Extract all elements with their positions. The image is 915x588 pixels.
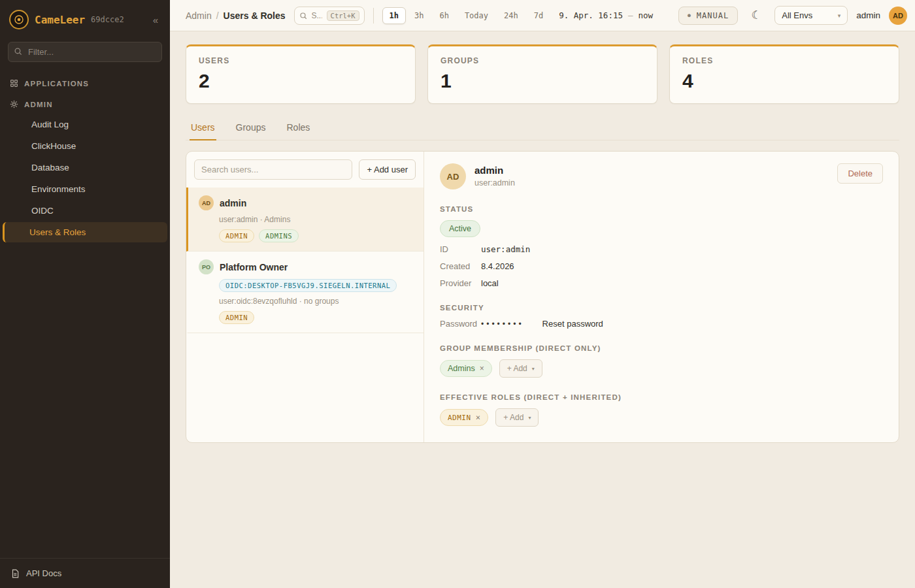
moon-icon: ☾ xyxy=(752,8,761,22)
user-list-item-platform-owner[interactable]: PO Platform Owner OIDC:DESKTOP-FB5VGJ9.S… xyxy=(186,252,424,333)
api-docs-label: API Docs xyxy=(26,568,61,578)
time-button-6h[interactable]: 6h xyxy=(432,7,456,24)
sidebar-item-users-roles[interactable]: Users & Roles xyxy=(3,222,167,242)
app-logo-icon xyxy=(9,10,29,29)
user-detail-pane: AD admin user:admin Delete STATUS Active… xyxy=(424,152,899,442)
password-mask: •••••••• xyxy=(481,319,524,329)
security-heading: SECURITY xyxy=(440,304,883,312)
manual-label: MANUAL xyxy=(697,11,729,20)
user-list-header: + Add user xyxy=(186,152,424,188)
remove-icon[interactable]: × xyxy=(476,413,481,422)
password-row: Password •••••••• Reset password xyxy=(440,319,883,329)
users-panel: + Add user AD admin user:admin · Admins … xyxy=(186,151,899,443)
reset-password-link[interactable]: Reset password xyxy=(542,319,603,329)
document-icon xyxy=(10,569,20,578)
add-user-button[interactable]: + Add user xyxy=(359,159,416,180)
stat-label: GROUPS xyxy=(441,56,644,65)
api-docs-link[interactable]: API Docs xyxy=(0,558,170,588)
stat-card-roles: ROLES 4 xyxy=(669,44,899,104)
oidc-badge: OIDC:DESKTOP-FB5VGJ9.SIEGELN.INTERNAL xyxy=(219,279,397,292)
sidebar-item-clickhouse[interactable]: ClickHouse xyxy=(3,136,167,156)
remove-icon[interactable]: × xyxy=(480,364,484,373)
time-button-7d[interactable]: 7d xyxy=(527,7,550,24)
manual-refresh-button[interactable]: ● MANUAL xyxy=(678,7,738,25)
sidebar-collapse-icon[interactable]: « xyxy=(150,13,161,27)
time-range-buttons: 1h 3h 6h Today 24h 7d xyxy=(382,7,551,24)
status-heading: STATUS xyxy=(440,205,883,213)
field-value: local xyxy=(481,278,499,288)
detail-user-name: admin xyxy=(474,165,515,176)
stat-value: 4 xyxy=(682,70,886,92)
detail-identity: admin user:admin xyxy=(474,163,515,188)
sidebar-item-oidc[interactable]: OIDC xyxy=(3,201,167,221)
user-name: Platform Owner xyxy=(220,262,288,272)
delete-user-button[interactable]: Delete xyxy=(837,163,883,184)
user-badges: ADMIN xyxy=(219,311,414,324)
group-chips: Admins × + Add ▾ xyxy=(440,359,883,378)
breadcrumb-admin[interactable]: Admin xyxy=(186,10,212,21)
time-button-today[interactable]: Today xyxy=(458,7,495,24)
time-button-24h[interactable]: 24h xyxy=(497,7,525,24)
add-role-button[interactable]: + Add ▾ xyxy=(495,408,539,427)
sidebar-section-admin[interactable]: ADMIN xyxy=(0,93,170,114)
range-start: 9. Apr. 16:15 xyxy=(559,10,623,20)
time-button-1h[interactable]: 1h xyxy=(382,7,406,24)
app-title: CameLeer xyxy=(35,14,85,26)
group-badge: ADMINS xyxy=(259,229,299,242)
tab-users[interactable]: Users xyxy=(190,117,216,140)
range-separator: — xyxy=(628,10,633,20)
breadcrumb: Admin / Users & Roles xyxy=(186,10,286,21)
dark-mode-toggle[interactable]: ☾ xyxy=(746,6,766,25)
role-chip-admin: ADMIN × xyxy=(440,409,488,426)
group-membership-heading: GROUP MEMBERSHIP (DIRECT ONLY) xyxy=(440,344,883,352)
grid-icon xyxy=(10,79,18,88)
avatar: AD xyxy=(440,163,466,189)
gear-icon xyxy=(10,100,18,108)
field-label: ID xyxy=(440,244,481,254)
sidebar-item-audit-log[interactable]: Audit Log xyxy=(3,114,167,135)
stat-value: 1 xyxy=(441,70,644,92)
global-search-placeholder: S... xyxy=(312,11,322,20)
status-dot-icon: ● xyxy=(688,12,691,18)
field-row-created: Created 8.4.2026 xyxy=(440,261,883,271)
topbar: Admin / Users & Roles S... Ctrl+K 1h 3h … xyxy=(170,0,915,31)
sidebar-filter-input[interactable] xyxy=(8,42,162,62)
avatar: AD xyxy=(199,195,214,210)
user-list-item-admin[interactable]: AD admin user:admin · Admins ADMIN ADMIN… xyxy=(186,188,424,252)
add-group-button[interactable]: + Add ▾ xyxy=(499,359,542,378)
stats-row: USERS 2 GROUPS 1 ROLES 4 xyxy=(186,44,899,104)
range-end: now xyxy=(639,10,654,20)
sidebar-header: CameLeer 69dcce2 « xyxy=(0,0,170,38)
main-area: Admin / Users & Roles S... Ctrl+K 1h 3h … xyxy=(170,0,915,588)
search-shortcut-kbd: Ctrl+K xyxy=(327,10,359,21)
field-row-provider: Provider local xyxy=(440,278,883,288)
sidebar-section-applications[interactable]: APPLICATIONS xyxy=(0,73,170,93)
chip-label: ADMIN xyxy=(448,414,471,422)
user-list-pane: + Add user AD admin user:admin · Admins … xyxy=(186,152,424,442)
time-button-3h[interactable]: 3h xyxy=(407,7,431,24)
sidebar-section-label: APPLICATIONS xyxy=(24,80,89,88)
tab-groups[interactable]: Groups xyxy=(235,117,267,140)
chevron-down-icon: ▾ xyxy=(532,366,535,372)
tab-roles[interactable]: Roles xyxy=(285,117,311,140)
user-avatar[interactable]: AD xyxy=(889,7,907,25)
field-label: Provider xyxy=(440,278,481,288)
global-search[interactable]: S... Ctrl+K xyxy=(294,7,365,25)
app-version: 69dcce2 xyxy=(91,15,124,24)
stat-label: ROLES xyxy=(682,56,886,65)
status-badge: Active xyxy=(440,220,480,237)
page-content: USERS 2 GROUPS 1 ROLES 4 Users Groups Ro… xyxy=(170,31,915,588)
breadcrumb-separator: / xyxy=(216,10,219,21)
sidebar-nav: Audit Log ClickHouse Database Environmen… xyxy=(0,114,170,248)
sidebar-filter xyxy=(8,42,162,62)
sidebar-item-database[interactable]: Database xyxy=(3,157,167,178)
avatar: PO xyxy=(199,259,214,274)
effective-roles-heading: EFFECTIVE ROLES (DIRECT + INHERITED) xyxy=(440,393,883,401)
time-range-display[interactable]: 9. Apr. 16:15 — now xyxy=(559,10,653,20)
user-subtitle: user:oidc:8evzqofluhld · no groups xyxy=(219,297,414,306)
environment-select[interactable]: All Envs ▾ xyxy=(774,6,848,25)
sidebar-item-environments[interactable]: Environments xyxy=(3,179,167,199)
search-users-input[interactable] xyxy=(194,159,352,180)
user-subtitle: user:admin · Admins xyxy=(219,215,414,224)
detail-user-id: user:admin xyxy=(474,178,515,188)
